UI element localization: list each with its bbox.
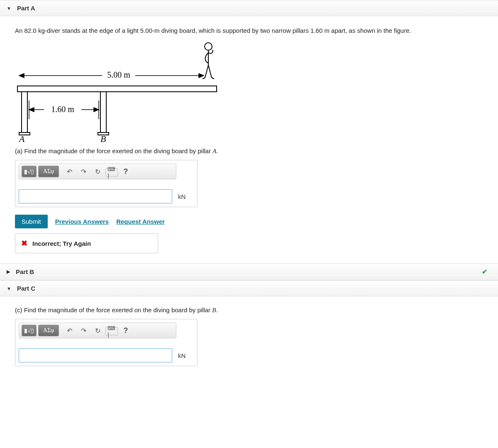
part-a-toolbar: ▮√▯ ΑΣφ ↶ ↷ ↻ ⌨ ] ? (19, 164, 176, 179)
svg-rect-10 (17, 86, 217, 92)
submit-button[interactable]: Submit (15, 215, 48, 228)
part-a-header[interactable]: ▼ Part A (0, 0, 498, 16)
part-a-question: An 82.0 kg-diver stands at the edge of a… (15, 27, 483, 34)
part-a-answer-input[interactable] (19, 189, 172, 203)
part-a-actions: Submit Previous Answers Request Answer (15, 215, 483, 228)
keyboard-icon[interactable]: ⌨ ] (105, 168, 118, 176)
svg-rect-11 (22, 92, 27, 132)
svg-line-3 (208, 65, 212, 78)
reset-icon[interactable]: ↻ (91, 325, 104, 336)
part-a-feedback: ✖ Incorrect; Try Again (15, 233, 158, 253)
part-b-header[interactable]: ▶ Part B ✔ (0, 263, 498, 280)
part-c-answer-input[interactable] (19, 348, 172, 362)
templates-button[interactable]: ▮√▯ (22, 166, 37, 177)
undo-icon[interactable]: ↶ (63, 325, 76, 336)
keyboard-icon[interactable]: ⌨ ] (105, 327, 118, 335)
help-icon[interactable]: ? (120, 325, 132, 336)
part-c-toolbar: ▮√▯ ΑΣφ ↶ ↷ ↻ ⌨ ] ? (19, 323, 176, 338)
part-a-prompt: (a) Find the magnitude of the force exer… (15, 147, 483, 155)
part-a-title: Part A (17, 5, 35, 12)
svg-rect-12 (100, 92, 106, 132)
part-c-answer-box: ▮√▯ ΑΣφ ↶ ↷ ↻ ⌨ ] ? kN (15, 319, 198, 366)
part-a-content: An 82.0 kg-diver stands at the edge of a… (0, 16, 498, 263)
svg-marker-8 (19, 73, 24, 78)
greek-button[interactable]: ΑΣφ (38, 166, 59, 177)
svg-line-5 (212, 78, 214, 79)
collapse-icon: ▼ (7, 286, 11, 291)
part-c-content: (c) Find the magnitude of the force exer… (0, 296, 498, 376)
check-icon: ✔ (482, 268, 491, 276)
svg-line-4 (203, 78, 205, 79)
reset-icon[interactable]: ↻ (91, 166, 104, 177)
greek-button[interactable]: ΑΣφ (38, 325, 59, 336)
part-c-unit: kN (176, 352, 186, 359)
request-answer-link[interactable]: Request Answer (116, 218, 165, 225)
templates-button[interactable]: ▮√▯ (22, 325, 37, 336)
previous-answers-link[interactable]: Previous Answers (55, 218, 109, 225)
help-icon[interactable]: ? (120, 166, 132, 177)
collapse-icon: ▼ (7, 6, 11, 11)
figure-pillar-b-label: B (100, 134, 106, 142)
part-a-answer-box: ▮√▯ ΑΣφ ↶ ↷ ↻ ⌨ ] ? kN (15, 160, 198, 207)
incorrect-icon: ✖ (21, 239, 27, 248)
svg-point-0 (205, 43, 212, 50)
undo-icon[interactable]: ↶ (63, 166, 76, 177)
figure-pillar-a-label: A (18, 134, 25, 142)
figure-top-label: 5.00 m (107, 70, 130, 79)
part-b-title: Part B (16, 268, 34, 275)
part-c-header[interactable]: ▼ Part C (0, 280, 498, 296)
part-c-prompt: (c) Find the magnitude of the force exer… (15, 306, 483, 314)
part-a-unit: kN (176, 193, 186, 200)
part-c-title: Part C (17, 285, 35, 292)
diving-board-figure: 5.00 m 1.60 m A B (15, 38, 483, 143)
figure-bottom-label: 1.60 m (51, 105, 74, 114)
expand-icon: ▶ (7, 269, 10, 274)
redo-icon[interactable]: ↷ (77, 325, 90, 336)
svg-marker-20 (94, 108, 99, 112)
svg-marker-19 (29, 108, 34, 112)
redo-icon[interactable]: ↷ (77, 166, 90, 177)
svg-line-2 (205, 65, 208, 78)
feedback-message: Incorrect; Try Again (32, 240, 91, 247)
svg-marker-9 (199, 73, 204, 78)
